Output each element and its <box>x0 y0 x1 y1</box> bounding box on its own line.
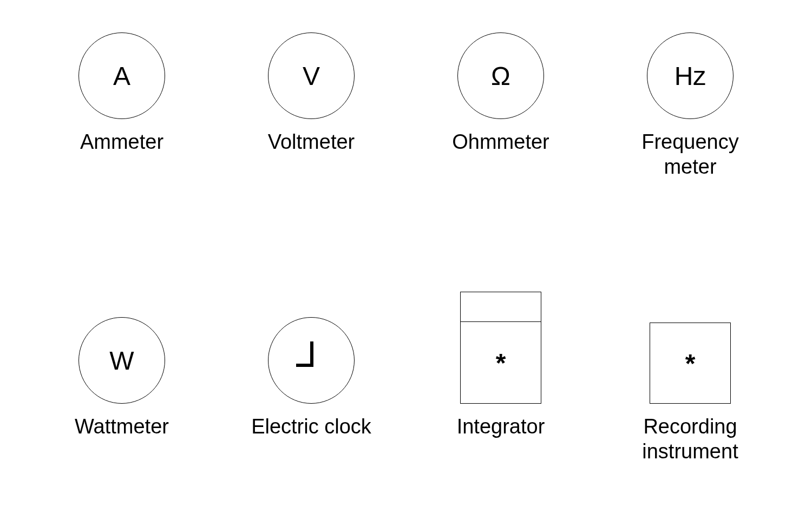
instrument-grid: A Ammeter V Voltmeter Ω Ohmmeter Hz Freq… <box>27 5 785 521</box>
frequency-meter-circle-icon: Hz <box>647 32 734 119</box>
frequency-meter-label: Frequency meter <box>614 130 766 179</box>
wattmeter-symbol-text: W <box>109 346 134 376</box>
ohmmeter-symbol-area: Ω <box>457 5 544 119</box>
voltmeter-circle-icon: V <box>268 32 355 119</box>
clock-hand-horizontal <box>296 364 313 367</box>
ohmmeter-label: Ohmmeter <box>452 130 549 155</box>
frequency-meter-symbol-area: Hz <box>647 5 734 119</box>
integrator-top-compartment <box>461 292 541 322</box>
recorder-box-icon: * <box>650 323 731 404</box>
integrator-box-icon: * <box>460 292 541 404</box>
voltmeter-label: Voltmeter <box>268 130 355 155</box>
integrator-cell: * Integrator <box>406 290 595 521</box>
electric-clock-label: Electric clock <box>251 415 371 439</box>
recording-instrument-symbol-area: * <box>650 290 731 404</box>
integrator-symbol-area: * <box>460 290 541 404</box>
ohmmeter-symbol-text: Ω <box>491 61 510 91</box>
electric-clock-symbol-area <box>268 290 355 404</box>
clock-hands-icon <box>292 341 330 379</box>
ammeter-symbol-area: A <box>78 5 165 119</box>
ammeter-circle-icon: A <box>78 32 165 119</box>
ammeter-symbol-text: A <box>113 61 130 91</box>
integrator-label: Integrator <box>457 415 545 439</box>
electric-clock-circle-icon <box>268 317 355 404</box>
ohmmeter-cell: Ω Ohmmeter <box>406 5 595 236</box>
wattmeter-cell: W Wattmeter <box>27 290 217 521</box>
recording-instrument-label: Recording instrument <box>614 415 766 464</box>
electric-clock-cell: Electric clock <box>217 290 406 521</box>
wattmeter-symbol-area: W <box>78 290 165 404</box>
voltmeter-symbol-area: V <box>268 5 355 119</box>
wattmeter-label: Wattmeter <box>75 415 169 439</box>
integrator-symbol-text: * <box>461 322 541 403</box>
voltmeter-symbol-text: V <box>303 61 320 91</box>
recorder-symbol-text: * <box>685 349 696 378</box>
ohmmeter-circle-icon: Ω <box>457 32 544 119</box>
frequency-meter-cell: Hz Frequency meter <box>595 5 785 236</box>
ammeter-cell: A Ammeter <box>27 5 217 236</box>
ammeter-label: Ammeter <box>80 130 163 155</box>
recording-instrument-cell: * Recording instrument <box>595 290 785 521</box>
voltmeter-cell: V Voltmeter <box>217 5 406 236</box>
wattmeter-circle-icon: W <box>78 317 165 404</box>
clock-hand-vertical <box>310 341 313 364</box>
frequency-meter-symbol-text: Hz <box>675 61 706 91</box>
